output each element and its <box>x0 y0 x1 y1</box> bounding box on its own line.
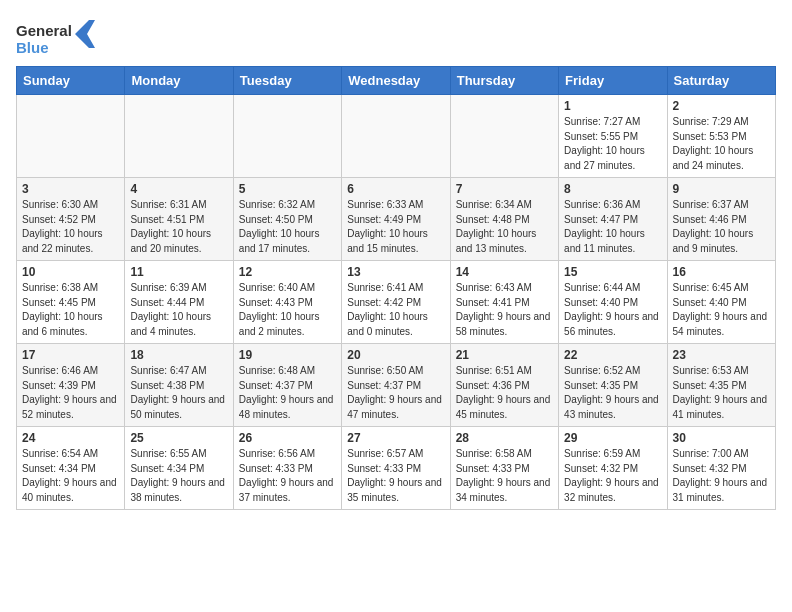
calendar-cell <box>17 95 125 178</box>
calendar-cell: 30Sunrise: 7:00 AM Sunset: 4:32 PM Dayli… <box>667 427 775 510</box>
calendar-cell: 2Sunrise: 7:29 AM Sunset: 5:53 PM Daylig… <box>667 95 775 178</box>
calendar-week-row: 17Sunrise: 6:46 AM Sunset: 4:39 PM Dayli… <box>17 344 776 427</box>
day-info: Sunrise: 6:58 AM Sunset: 4:33 PM Dayligh… <box>456 447 553 505</box>
day-info: Sunrise: 6:44 AM Sunset: 4:40 PM Dayligh… <box>564 281 661 339</box>
day-number: 23 <box>673 348 770 362</box>
calendar-cell: 16Sunrise: 6:45 AM Sunset: 4:40 PM Dayli… <box>667 261 775 344</box>
page-header: General Blue <box>16 16 776 58</box>
day-info: Sunrise: 6:50 AM Sunset: 4:37 PM Dayligh… <box>347 364 444 422</box>
calendar-cell: 27Sunrise: 6:57 AM Sunset: 4:33 PM Dayli… <box>342 427 450 510</box>
day-info: Sunrise: 6:59 AM Sunset: 4:32 PM Dayligh… <box>564 447 661 505</box>
calendar-cell: 18Sunrise: 6:47 AM Sunset: 4:38 PM Dayli… <box>125 344 233 427</box>
calendar-cell: 6Sunrise: 6:33 AM Sunset: 4:49 PM Daylig… <box>342 178 450 261</box>
day-info: Sunrise: 6:39 AM Sunset: 4:44 PM Dayligh… <box>130 281 227 339</box>
calendar-cell: 5Sunrise: 6:32 AM Sunset: 4:50 PM Daylig… <box>233 178 341 261</box>
day-info: Sunrise: 6:41 AM Sunset: 4:42 PM Dayligh… <box>347 281 444 339</box>
day-info: Sunrise: 6:53 AM Sunset: 4:35 PM Dayligh… <box>673 364 770 422</box>
day-number: 11 <box>130 265 227 279</box>
day-info: Sunrise: 6:38 AM Sunset: 4:45 PM Dayligh… <box>22 281 119 339</box>
logo-arrow-icon <box>75 20 103 48</box>
calendar-week-row: 3Sunrise: 6:30 AM Sunset: 4:52 PM Daylig… <box>17 178 776 261</box>
day-number: 30 <box>673 431 770 445</box>
weekday-header-sunday: Sunday <box>17 67 125 95</box>
weekday-header-saturday: Saturday <box>667 67 775 95</box>
day-info: Sunrise: 6:43 AM Sunset: 4:41 PM Dayligh… <box>456 281 553 339</box>
calendar-cell: 17Sunrise: 6:46 AM Sunset: 4:39 PM Dayli… <box>17 344 125 427</box>
day-number: 10 <box>22 265 119 279</box>
day-number: 6 <box>347 182 444 196</box>
day-info: Sunrise: 6:32 AM Sunset: 4:50 PM Dayligh… <box>239 198 336 256</box>
day-info: Sunrise: 6:40 AM Sunset: 4:43 PM Dayligh… <box>239 281 336 339</box>
day-info: Sunrise: 6:54 AM Sunset: 4:34 PM Dayligh… <box>22 447 119 505</box>
calendar-week-row: 24Sunrise: 6:54 AM Sunset: 4:34 PM Dayli… <box>17 427 776 510</box>
day-info: Sunrise: 6:56 AM Sunset: 4:33 PM Dayligh… <box>239 447 336 505</box>
day-number: 20 <box>347 348 444 362</box>
weekday-header-monday: Monday <box>125 67 233 95</box>
calendar-cell: 1Sunrise: 7:27 AM Sunset: 5:55 PM Daylig… <box>559 95 667 178</box>
day-number: 27 <box>347 431 444 445</box>
calendar-cell: 12Sunrise: 6:40 AM Sunset: 4:43 PM Dayli… <box>233 261 341 344</box>
day-number: 4 <box>130 182 227 196</box>
calendar-cell <box>125 95 233 178</box>
calendar-cell: 4Sunrise: 6:31 AM Sunset: 4:51 PM Daylig… <box>125 178 233 261</box>
day-info: Sunrise: 6:37 AM Sunset: 4:46 PM Dayligh… <box>673 198 770 256</box>
calendar-cell: 13Sunrise: 6:41 AM Sunset: 4:42 PM Dayli… <box>342 261 450 344</box>
calendar-cell: 24Sunrise: 6:54 AM Sunset: 4:34 PM Dayli… <box>17 427 125 510</box>
day-number: 22 <box>564 348 661 362</box>
day-info: Sunrise: 6:34 AM Sunset: 4:48 PM Dayligh… <box>456 198 553 256</box>
day-info: Sunrise: 6:57 AM Sunset: 4:33 PM Dayligh… <box>347 447 444 505</box>
day-info: Sunrise: 6:46 AM Sunset: 4:39 PM Dayligh… <box>22 364 119 422</box>
calendar-cell <box>342 95 450 178</box>
weekday-header-wednesday: Wednesday <box>342 67 450 95</box>
calendar-cell <box>450 95 558 178</box>
calendar-cell: 15Sunrise: 6:44 AM Sunset: 4:40 PM Dayli… <box>559 261 667 344</box>
logo: General Blue <box>16 20 103 58</box>
day-number: 16 <box>673 265 770 279</box>
day-number: 28 <box>456 431 553 445</box>
day-number: 2 <box>673 99 770 113</box>
day-number: 26 <box>239 431 336 445</box>
day-number: 25 <box>130 431 227 445</box>
calendar-cell: 10Sunrise: 6:38 AM Sunset: 4:45 PM Dayli… <box>17 261 125 344</box>
day-number: 24 <box>22 431 119 445</box>
calendar-cell: 25Sunrise: 6:55 AM Sunset: 4:34 PM Dayli… <box>125 427 233 510</box>
logo-blue: Blue <box>16 39 72 56</box>
day-number: 7 <box>456 182 553 196</box>
day-info: Sunrise: 6:47 AM Sunset: 4:38 PM Dayligh… <box>130 364 227 422</box>
day-number: 5 <box>239 182 336 196</box>
day-info: Sunrise: 7:00 AM Sunset: 4:32 PM Dayligh… <box>673 447 770 505</box>
calendar-cell: 3Sunrise: 6:30 AM Sunset: 4:52 PM Daylig… <box>17 178 125 261</box>
day-info: Sunrise: 6:36 AM Sunset: 4:47 PM Dayligh… <box>564 198 661 256</box>
day-info: Sunrise: 6:31 AM Sunset: 4:51 PM Dayligh… <box>130 198 227 256</box>
day-info: Sunrise: 6:55 AM Sunset: 4:34 PM Dayligh… <box>130 447 227 505</box>
calendar-cell: 14Sunrise: 6:43 AM Sunset: 4:41 PM Dayli… <box>450 261 558 344</box>
calendar-week-row: 10Sunrise: 6:38 AM Sunset: 4:45 PM Dayli… <box>17 261 776 344</box>
day-number: 1 <box>564 99 661 113</box>
calendar-week-row: 1Sunrise: 7:27 AM Sunset: 5:55 PM Daylig… <box>17 95 776 178</box>
day-info: Sunrise: 6:51 AM Sunset: 4:36 PM Dayligh… <box>456 364 553 422</box>
day-number: 18 <box>130 348 227 362</box>
calendar-cell: 7Sunrise: 6:34 AM Sunset: 4:48 PM Daylig… <box>450 178 558 261</box>
svg-marker-0 <box>75 20 95 48</box>
day-number: 17 <box>22 348 119 362</box>
day-number: 15 <box>564 265 661 279</box>
calendar-cell: 23Sunrise: 6:53 AM Sunset: 4:35 PM Dayli… <box>667 344 775 427</box>
calendar-cell: 11Sunrise: 6:39 AM Sunset: 4:44 PM Dayli… <box>125 261 233 344</box>
calendar-cell: 29Sunrise: 6:59 AM Sunset: 4:32 PM Dayli… <box>559 427 667 510</box>
day-number: 12 <box>239 265 336 279</box>
calendar-cell: 22Sunrise: 6:52 AM Sunset: 4:35 PM Dayli… <box>559 344 667 427</box>
calendar-cell: 19Sunrise: 6:48 AM Sunset: 4:37 PM Dayli… <box>233 344 341 427</box>
weekday-header-thursday: Thursday <box>450 67 558 95</box>
day-number: 29 <box>564 431 661 445</box>
day-number: 8 <box>564 182 661 196</box>
weekday-header-friday: Friday <box>559 67 667 95</box>
day-number: 9 <box>673 182 770 196</box>
day-info: Sunrise: 6:33 AM Sunset: 4:49 PM Dayligh… <box>347 198 444 256</box>
calendar-cell: 26Sunrise: 6:56 AM Sunset: 4:33 PM Dayli… <box>233 427 341 510</box>
calendar-cell: 28Sunrise: 6:58 AM Sunset: 4:33 PM Dayli… <box>450 427 558 510</box>
day-number: 13 <box>347 265 444 279</box>
calendar-header-row: SundayMondayTuesdayWednesdayThursdayFrid… <box>17 67 776 95</box>
calendar-cell: 20Sunrise: 6:50 AM Sunset: 4:37 PM Dayli… <box>342 344 450 427</box>
day-number: 19 <box>239 348 336 362</box>
day-number: 14 <box>456 265 553 279</box>
